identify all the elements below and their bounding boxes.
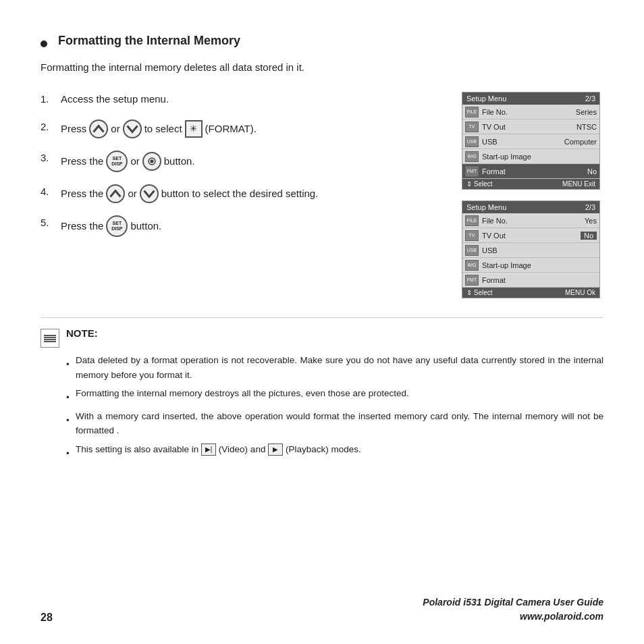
menu2-value-2: No <box>581 232 597 240</box>
note-text-4: This setting is also available in ▶| (Vi… <box>76 442 361 457</box>
btn-set-icon: SETDISP <box>106 151 128 172</box>
section-title: Formatting the Internal Memory <box>58 34 240 48</box>
footer-page-number: 28 <box>41 612 53 624</box>
menu1-row-1: FILE File No. Series <box>462 105 599 119</box>
menu2-label-2: TV Out <box>482 232 581 240</box>
menu1-footer: ⇕ Select MENU Exit <box>462 179 599 189</box>
note-text-2: Formatting the internal memory destroys … <box>76 386 409 401</box>
menu2-row-3: USB USB <box>462 243 599 258</box>
page-footer: 28 Polaroid i531 Digital Camera User Gui… <box>41 595 603 624</box>
step-4-or: or <box>128 184 136 203</box>
note-dot-2: • <box>66 390 72 405</box>
menu2-label-5: Format <box>482 276 597 284</box>
menu2-icon-4: IMG <box>465 260 479 271</box>
menu1-label-3: USB <box>482 138 564 146</box>
menu1-label-1: File No. <box>482 108 576 116</box>
step-2: 2. Press or t <box>41 119 448 138</box>
menu2-icon-5: FMT <box>465 275 479 286</box>
note-section: NOTE: • Data deleted by a format operati… <box>41 317 603 461</box>
menu2-header: Setup Menu 2/3 <box>462 201 599 213</box>
step-4-num: 4. <box>41 184 57 200</box>
menu1-row-5-highlighted: FMT Format No <box>462 164 599 179</box>
menu2-row-2: TV TV Out No <box>462 228 599 243</box>
btn-down2-icon <box>140 184 159 203</box>
menu2-row-4: IMG Start-up Image <box>462 258 599 273</box>
menu1-footer-right: MENU Exit <box>562 180 595 188</box>
note-label: NOTE: <box>66 327 98 339</box>
step-3-press: Press the <box>61 152 103 170</box>
step-2-toselect: to select <box>144 119 182 138</box>
step-1-text: Access the setup menu. <box>61 92 169 107</box>
step-4-rest: button to select the desired setting. <box>161 184 319 203</box>
note-icon <box>41 329 59 348</box>
svg-point-1 <box>151 160 153 163</box>
note-bullets: • Data deleted by a format operation is … <box>66 353 603 461</box>
step-3-or: or <box>130 152 139 170</box>
menu1-value-1: Series <box>576 108 597 116</box>
note-text-3: With a memory card inserted, the above o… <box>76 409 603 438</box>
step-3-content: Press the SETDISP or button. <box>61 151 195 172</box>
menu2-no-highlight: No <box>581 232 597 240</box>
footer-brand-line1: Polaroid i531 Digital Camera User Guide <box>423 595 603 610</box>
page: Formatting the Internal Memory Formattin… <box>0 0 644 644</box>
title-bullet <box>41 41 47 47</box>
menu2-header-left: Setup Menu <box>466 203 506 211</box>
footer-brand-line2: www.polaroid.com <box>423 610 603 624</box>
menu1-footer-left: ⇕ Select <box>466 180 493 188</box>
step-2-format-label: (FORMAT). <box>205 119 257 138</box>
menu1-icon-3: USB <box>465 136 479 147</box>
step-3: 3. Press the SETDISP or button. <box>41 151 448 172</box>
menu2-row-5: FMT Format <box>462 273 599 288</box>
menu1-value-2: NTSC <box>576 123 597 131</box>
menu1-header-left: Setup Menu <box>466 95 506 103</box>
btn-set2-icon: SETDISP <box>106 215 128 237</box>
step-3-button: button. <box>164 152 195 170</box>
menu2-value-1: Yes <box>585 217 597 225</box>
menu1-label-2: TV Out <box>482 123 576 131</box>
note-bullet-1: • Data deleted by a format operation is … <box>66 353 603 382</box>
menu2-icon-2: TV <box>465 230 479 241</box>
menu2-icon-1: FILE <box>465 215 479 226</box>
menu1-value-5: No <box>587 167 597 176</box>
step-5: 5. Press the SETDISP button. <box>41 215 448 237</box>
menu1-row-3: USB USB Computer <box>462 134 599 149</box>
btn-up-icon <box>89 119 108 138</box>
step-3-num: 3. <box>41 151 57 166</box>
menu1-icon-1: FILE <box>465 107 479 117</box>
footer-brand: Polaroid i531 Digital Camera User Guide … <box>423 595 603 624</box>
steps-column: 1. Access the setup menu. 2. Press or <box>41 92 448 298</box>
step-2-or: or <box>111 119 119 138</box>
menu1-header-right: 2/3 <box>585 95 595 103</box>
step-1: 1. Access the setup menu. <box>41 92 448 107</box>
main-content: 1. Access the setup menu. 2. Press or <box>41 92 603 298</box>
note-header: NOTE: <box>41 327 603 348</box>
step-5-button: button. <box>130 217 161 235</box>
menu2-label-4: Start-up Image <box>482 261 597 269</box>
subtitle: Formatting the internal memory deletes a… <box>41 61 603 73</box>
step-2-press: Press <box>61 119 86 138</box>
step-4-press: Press the <box>61 184 103 203</box>
menu2-header-right: 2/3 <box>585 203 595 211</box>
menu-screenshot-2: Setup Menu 2/3 FILE File No. Yes TV TV O… <box>462 200 600 298</box>
note-text-1: Data deleted by a format operation is no… <box>76 353 603 382</box>
menu2-footer: ⇕ Select MENU Ok <box>462 288 599 298</box>
step-2-content: Press or to select ✳ <box>61 119 257 138</box>
menu2-label-3: USB <box>482 246 597 254</box>
menu2-row-1: FILE File No. Yes <box>462 213 599 228</box>
menu-screenshot-1: Setup Menu 2/3 FILE File No. Series TV T… <box>462 92 600 190</box>
menu1-icon-5: FMT <box>465 166 479 177</box>
step-5-content: Press the SETDISP button. <box>61 215 161 237</box>
menu2-icon-3: USB <box>465 245 479 256</box>
screenshots-column: Setup Menu 2/3 FILE File No. Series TV T… <box>462 92 603 298</box>
step-1-num: 1. <box>41 92 57 107</box>
menu1-icon-4: IMG <box>465 151 479 162</box>
step-2-num: 2. <box>41 119 57 135</box>
menu1-row-2: TV TV Out NTSC <box>462 119 599 134</box>
video-mode-icon: ▶| <box>201 444 216 456</box>
btn-up2-icon <box>106 184 125 203</box>
playback-mode-icon: ▶ <box>268 444 283 456</box>
menu1-label-4: Start-up Image <box>482 153 597 161</box>
menu2-footer-left: ⇕ Select <box>466 289 493 296</box>
btn-joystick-icon <box>142 152 161 171</box>
note-dot-4: • <box>66 446 72 461</box>
